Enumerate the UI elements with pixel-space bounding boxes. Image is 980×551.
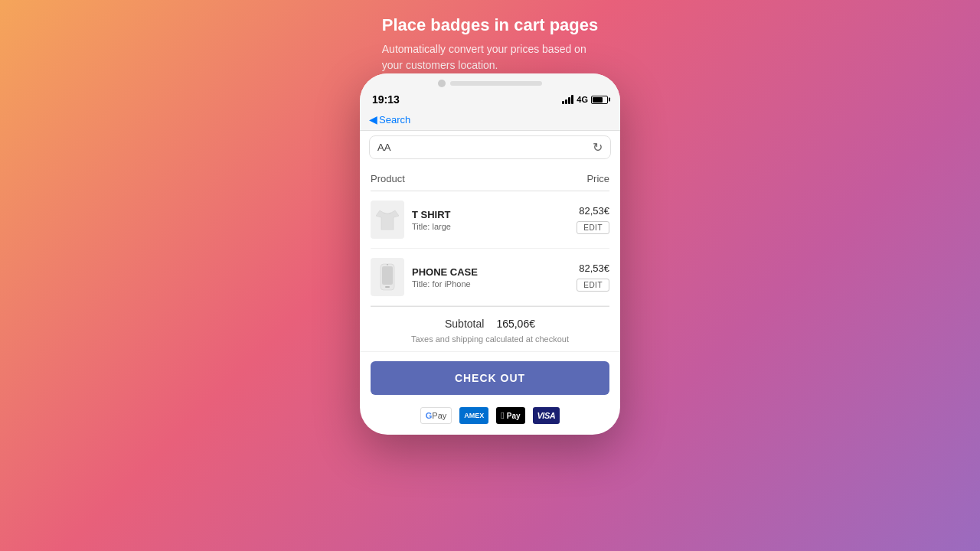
checkout-button[interactable]: CHECK OUT	[371, 361, 609, 395]
address-text: AA	[377, 142, 390, 153]
phonecase-icon	[379, 263, 396, 291]
visa-badge: VISA	[533, 407, 560, 424]
applepay-badge:  Pay	[496, 407, 524, 424]
page-title: Place badges in cart pages	[382, 15, 598, 35]
phone-notch	[438, 80, 542, 87]
price-column-header: Price	[586, 173, 609, 184]
tshirt-price: 82,53€	[579, 205, 609, 217]
amex-badge: AMEX	[459, 407, 488, 424]
phone-top-bar: 19:13 4G	[360, 73, 620, 110]
cart-item-tshirt: T SHIRT Title: large 82,53€ EDIT	[371, 191, 609, 249]
subtotal-row: Subtotal 165,06€	[371, 318, 609, 330]
cart-content: Product Price T SHIRT Title: large 82,53…	[360, 165, 620, 306]
googlepay-badge: GPay	[420, 407, 452, 424]
network-label: 4G	[577, 95, 588, 104]
status-bar: 19:13 4G	[372, 90, 608, 110]
subtotal-section: Subtotal 165,06€ Taxes and shipping calc…	[360, 307, 620, 352]
battery-icon	[591, 96, 608, 104]
back-label: Search	[379, 114, 410, 126]
cart-item-phonecase: PHONE CASE Title: for iPhone 82,53€ EDIT	[371, 249, 609, 306]
phonecase-image	[371, 258, 404, 296]
subtotal-label: Subtotal	[445, 318, 484, 330]
tax-note: Taxes and shipping calculated at checkou…	[371, 334, 609, 344]
notch-dot	[438, 80, 446, 87]
phonecase-right: 82,53€ EDIT	[577, 262, 609, 292]
svg-rect-1	[382, 266, 393, 285]
phonecase-edit-button[interactable]: EDIT	[577, 279, 609, 292]
back-button[interactable]: ◀ Search	[369, 113, 410, 126]
tshirt-title: Title: large	[412, 222, 569, 231]
apple-icon: 	[501, 410, 504, 421]
payment-icons: GPay AMEX  Pay VISA	[360, 403, 620, 435]
svg-rect-3	[387, 264, 388, 266]
signal-icon	[562, 95, 573, 104]
tshirt-right: 82,53€ EDIT	[577, 205, 609, 234]
tshirt-edit-button[interactable]: EDIT	[577, 221, 609, 234]
tshirt-image	[371, 201, 404, 239]
status-icons: 4G	[562, 95, 608, 104]
phone-mockup: 19:13 4G ◀ Search AA ↻	[360, 73, 620, 435]
subtotal-value: 165,06€	[496, 318, 535, 330]
header-section: Place badges in cart pages Automatically…	[382, 15, 598, 73]
nav-bar: ◀ Search	[360, 110, 620, 131]
phonecase-price: 82,53€	[579, 262, 609, 274]
product-column-header: Product	[371, 173, 405, 184]
page-subtitle: Automatically convert your prices based …	[382, 41, 598, 73]
tshirt-name: T SHIRT	[412, 209, 569, 220]
tshirt-icon	[376, 207, 399, 233]
refresh-icon[interactable]: ↻	[593, 140, 603, 155]
phonecase-title: Title: for iPhone	[412, 279, 569, 289]
back-arrow-icon: ◀	[369, 113, 377, 126]
phonecase-name: PHONE CASE	[412, 266, 569, 278]
notch-bar	[450, 81, 542, 86]
address-bar[interactable]: AA ↻	[369, 135, 611, 159]
cart-table-header: Product Price	[371, 165, 609, 191]
svg-rect-2	[385, 286, 390, 288]
phonecase-details: PHONE CASE Title: for iPhone	[412, 266, 569, 289]
status-time: 19:13	[372, 93, 400, 106]
tshirt-details: T SHIRT Title: large	[412, 209, 569, 231]
